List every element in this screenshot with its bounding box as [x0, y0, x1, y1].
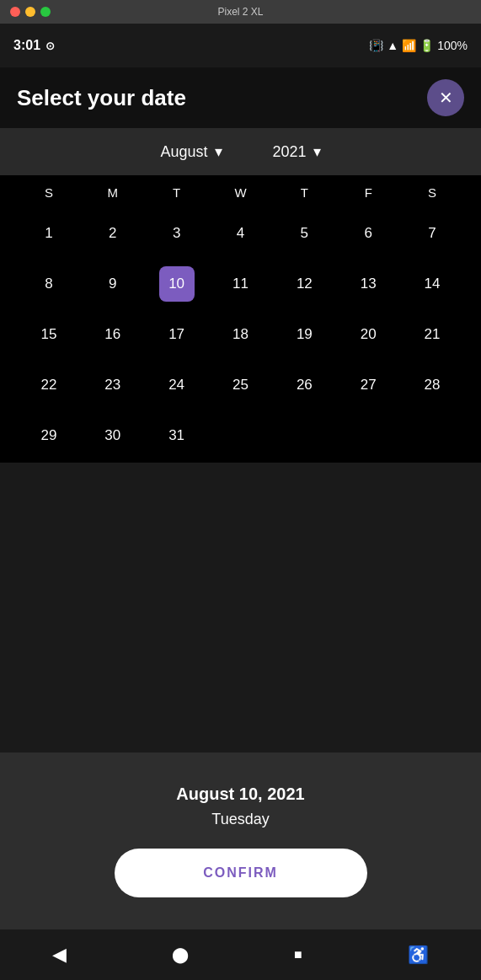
recent-apps-button[interactable]: ■	[294, 947, 302, 962]
wifi-icon: ▲	[387, 39, 398, 52]
close-button[interactable]: ✕	[427, 79, 464, 116]
calendar-day-3[interactable]: 3	[145, 210, 209, 257]
signal-icon: ⊙	[45, 40, 55, 52]
month-year-bar: August ▾ 2021 ▾	[0, 128, 481, 175]
confirm-button[interactable]: CONFIRM	[115, 849, 367, 897]
calendar-area: S M T W T F S 12345678910111213141516171…	[0, 175, 481, 463]
calendar-day-6[interactable]: 6	[336, 210, 400, 257]
status-bar: 3:01 ⊙ 📳 ▲ 📶 🔋 100%	[0, 24, 481, 67]
page-title: Select your date	[17, 85, 186, 111]
calendar-day-31[interactable]: 31	[145, 412, 209, 459]
day-header-thu: T	[272, 185, 336, 200]
calendar-day-11[interactable]: 11	[209, 260, 273, 308]
calendar-day-empty-43	[209, 412, 273, 459]
calendar-day-empty-44	[272, 412, 336, 459]
day-header-fri: F	[336, 185, 400, 200]
calendar-day-15[interactable]: 15	[17, 311, 81, 358]
day-header-sat: S	[400, 185, 464, 200]
calendar-day-12[interactable]: 12	[272, 260, 336, 308]
back-button[interactable]: ◀	[52, 944, 67, 966]
battery-level: 100%	[437, 39, 468, 52]
calendar-day-26[interactable]: 26	[272, 361, 336, 409]
battery-icon: 🔋	[420, 39, 434, 52]
nav-bar: ◀ ⬤ ■ ♿	[0, 929, 481, 980]
day-header-sun: S	[17, 185, 81, 200]
calendar-day-30[interactable]: 30	[81, 412, 145, 459]
calendar-day-empty-45	[336, 412, 400, 459]
window-title: Pixel 2 XL	[217, 6, 263, 18]
calendar-day-25[interactable]: 25	[209, 361, 273, 409]
calendar-day-18[interactable]: 18	[209, 311, 273, 358]
calendar-day-22[interactable]: 22	[17, 361, 81, 409]
calendar-day-5[interactable]: 5	[272, 210, 336, 257]
accessibility-button[interactable]: ♿	[408, 945, 429, 965]
year-chevron-icon: ▾	[313, 142, 321, 161]
window-close-dot[interactable]	[10, 7, 20, 17]
confirm-label: CONFIRM	[203, 865, 278, 881]
title-bar: Select your date ✕	[0, 67, 481, 128]
calendar-day-4[interactable]: 4	[209, 210, 273, 257]
close-icon: ✕	[439, 89, 453, 106]
day-header-row: S M T W T F S	[8, 175, 473, 206]
calendar-day-empty-46	[400, 412, 464, 459]
calendar-day-23[interactable]: 23	[81, 361, 145, 409]
year-label: 2021	[273, 143, 307, 161]
calendar-day-13[interactable]: 13	[336, 260, 400, 308]
calendar-day-10[interactable]: 10	[145, 260, 209, 308]
calendar-day-7[interactable]: 7	[400, 210, 464, 257]
month-selector[interactable]: August ▾	[160, 142, 222, 161]
calendar-day-20[interactable]: 20	[336, 311, 400, 358]
calendar-day-9[interactable]: 9	[81, 260, 145, 308]
selected-day-name: Tuesday	[211, 811, 269, 828]
calendar-day-24[interactable]: 24	[145, 361, 209, 409]
calendar-day-2[interactable]: 2	[81, 210, 145, 257]
calendar-day-8[interactable]: 8	[17, 260, 81, 308]
month-label: August	[160, 143, 207, 161]
signal-bars-icon: 📶	[402, 39, 416, 52]
bottom-panel: August 10, 2021 Tuesday CONFIRM	[0, 752, 481, 929]
selected-date: August 10, 2021	[176, 785, 304, 804]
calendar-day-16[interactable]: 16	[81, 311, 145, 358]
window-minimize-dot[interactable]	[25, 7, 35, 17]
calendar-day-21[interactable]: 21	[400, 311, 464, 358]
calendar-day-1[interactable]: 1	[17, 210, 81, 257]
calendar-day-27[interactable]: 27	[336, 361, 400, 409]
calendar-grid: 1234567891011121314151617181920212223242…	[8, 206, 473, 463]
calendar-day-14[interactable]: 14	[400, 260, 464, 308]
calendar-day-28[interactable]: 28	[400, 361, 464, 409]
day-header-tue: T	[145, 185, 209, 200]
month-chevron-icon: ▾	[215, 142, 222, 161]
window-maximize-dot[interactable]	[40, 7, 51, 17]
calendar-day-17[interactable]: 17	[145, 311, 209, 358]
calendar-day-19[interactable]: 19	[272, 311, 336, 358]
day-header-wed: W	[209, 185, 273, 200]
status-time: 3:01	[13, 38, 40, 53]
vibrate-icon: 📳	[369, 39, 383, 52]
year-selector[interactable]: 2021 ▾	[273, 142, 321, 161]
home-button[interactable]: ⬤	[172, 945, 189, 964]
day-header-mon: M	[81, 185, 145, 200]
calendar-day-29[interactable]: 29	[17, 412, 81, 459]
